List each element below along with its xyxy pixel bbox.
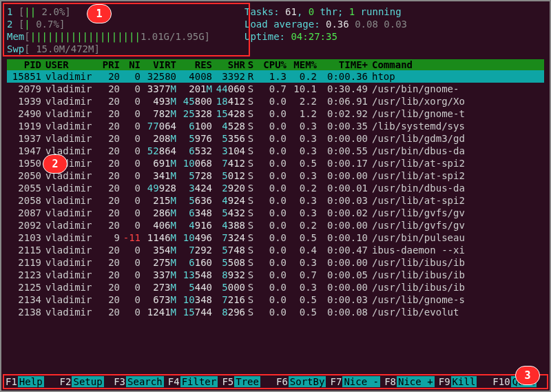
table-row[interactable]: 2092vladimir200406M49164388S0.00.20:00.0… [7, 219, 544, 231]
col-pid[interactable]: PID [10, 59, 41, 70]
table-row[interactable]: 2050vladimir200341M57285012S0.00.30:00.0… [7, 169, 544, 182]
table-row[interactable]: 2055vladimir2004992834242920S0.00.20:00.… [7, 182, 544, 194]
table-row[interactable]: 1919vladimir2007706461004528S0.00.30:00.… [7, 120, 544, 132]
table-row[interactable]: 2125vladimir200273M54405000S0.00.30:00.0… [7, 281, 544, 293]
terminal: 1 [|| 2.0%] Tasks: 61, 0 thr; 1 running … [1, 1, 550, 318]
table-row[interactable]: 1939vladimir200493M4580018412S0.02.20:06… [7, 95, 544, 107]
col-virt[interactable]: VIRT [141, 59, 176, 70]
fkey-f9[interactable]: F9Kill [438, 376, 492, 387]
table-row[interactable]: 2079vladimir2003377M201M44060S0.710.10:3… [7, 83, 544, 95]
col-res[interactable]: RES [176, 59, 212, 70]
fkey-f5[interactable]: F5Tree [221, 376, 276, 387]
col-ni[interactable]: NI [120, 59, 141, 70]
process-header[interactable]: PID USER PRI NI VIRT RES SHR S CPU% MEM%… [7, 59, 544, 70]
table-row[interactable]: 2490vladimir200782M2532815428S0.01.20:02… [7, 107, 544, 120]
cpu2-label: 2 [7, 19, 12, 30]
fkey-f8[interactable]: F8Nice + [384, 376, 438, 387]
mem-label: Mem [7, 31, 24, 42]
table-row[interactable]: 2115vladimir200354M72925748S0.00.40:00.4… [7, 244, 544, 256]
fkey-f2[interactable]: F2Setup [59, 376, 114, 387]
fkey-f4[interactable]: F4Filter [167, 376, 222, 387]
process-list[interactable]: 15851vladimir2003258040083392R1.30.20:00… [7, 70, 544, 318]
annotation-badge-1: 1 [87, 4, 112, 23]
table-row[interactable]: 2138vladimir2001241M157448296S0.00.50:00… [7, 306, 544, 318]
table-row[interactable]: 2123vladimir200337M135488932S0.00.70:00.… [7, 269, 544, 281]
table-row[interactable]: 15851vladimir2003258040083392R1.30.20:00… [7, 70, 544, 83]
table-row[interactable]: 2058vladimir200215M56364924S0.00.30:00.0… [7, 194, 544, 207]
cpu1-label: 1 [7, 6, 12, 17]
col-mem[interactable]: MEM% [287, 59, 317, 70]
fkey-f7[interactable]: F7Nice - [330, 376, 384, 387]
table-row[interactable]: 2134vladimir200673M103487216S0.00.50:00.… [7, 293, 544, 306]
fkey-f6[interactable]: F6SortBy [276, 376, 330, 387]
fkey-f1[interactable]: F1Help [5, 376, 59, 387]
table-row[interactable]: 1937vladimir200208M59765356S0.00.30:00.0… [7, 132, 544, 145]
loadavg-label: Load average: [245, 19, 326, 30]
table-row[interactable]: 1947vladimir2005286465323104S0.00.30:00.… [7, 145, 544, 157]
col-cmd[interactable]: Command [368, 59, 541, 70]
col-shr[interactable]: SHR [212, 59, 245, 70]
footer-bar: F1Help F2Setup F3SearchF4FilterF5Tree F6… [3, 374, 548, 389]
col-pri[interactable]: PRI [95, 59, 120, 70]
annotation-badge-3: 3 [515, 366, 540, 385]
table-row[interactable]: 1950vladimir200691M100687412S0.00.50:00.… [7, 157, 544, 169]
table-row[interactable]: 2087vladimir200286M63485432S0.00.30:00.0… [7, 207, 544, 219]
col-time[interactable]: TIME+ [317, 59, 368, 70]
swp-label: Swp [7, 43, 24, 54]
table-row[interactable]: 2103vladimir9-111146M104967324S0.00.50:0… [7, 231, 544, 244]
annotation-badge-2: 2 [43, 154, 67, 174]
uptime-label: Uptime: [245, 31, 291, 42]
table-row[interactable]: 2119vladimir200275M61605508S0.00.30:00.0… [7, 256, 544, 269]
col-s[interactable]: S [245, 59, 256, 70]
col-user[interactable]: USER [41, 59, 95, 70]
tasks-label: Tasks: [245, 6, 285, 17]
fkey-f3[interactable]: F3Search [113, 376, 167, 387]
col-cpu[interactable]: CPU% [256, 59, 287, 70]
